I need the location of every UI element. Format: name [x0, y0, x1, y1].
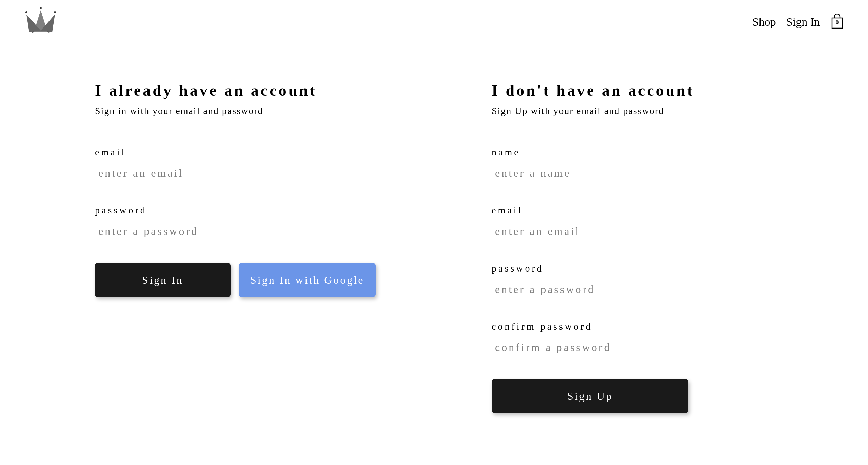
signin-password-label: password: [95, 205, 376, 216]
nav-shop[interactable]: Shop: [752, 16, 776, 29]
signup-name-input[interactable]: [492, 163, 773, 186]
signin-google-button[interactable]: Sign In with Google: [239, 263, 376, 297]
cart-icon[interactable]: 0: [830, 14, 844, 30]
signin-section: I already have an account Sign in with y…: [95, 81, 376, 413]
signup-title: I don't have an account: [492, 81, 773, 99]
signup-section: I don't have an account Sign Up with you…: [492, 81, 773, 413]
signup-password-input[interactable]: [492, 279, 773, 302]
header: Shop Sign In 0: [0, 0, 868, 44]
signin-email-input[interactable]: [95, 163, 376, 186]
signup-confirm-input[interactable]: [492, 337, 773, 360]
signup-button[interactable]: Sign Up: [492, 379, 688, 413]
signin-password-input[interactable]: [95, 221, 376, 244]
signup-buttons: Sign Up: [492, 379, 773, 413]
signin-email-field: email: [95, 147, 376, 186]
signin-title: I already have an account: [95, 81, 376, 99]
signup-name-field: name: [492, 147, 773, 186]
signup-password-label: password: [492, 263, 773, 274]
signup-name-label: name: [492, 147, 773, 158]
signin-sub: Sign in with your email and password: [95, 106, 376, 116]
signup-confirm-label: confirm password: [492, 321, 773, 332]
cart-count: 0: [836, 20, 839, 26]
signup-sub: Sign Up with your email and password: [492, 106, 773, 116]
signup-email-input[interactable]: [492, 221, 773, 244]
logo[interactable]: [24, 6, 58, 38]
signup-password-field: password: [492, 263, 773, 302]
signup-email-field: email: [492, 205, 773, 244]
signin-buttons: Sign In Sign In with Google: [95, 263, 376, 297]
svg-point-7: [54, 11, 56, 13]
main: I already have an account Sign in with y…: [0, 44, 868, 413]
signin-button[interactable]: Sign In: [95, 263, 231, 297]
svg-point-6: [40, 7, 42, 9]
crown-icon: [24, 32, 58, 38]
svg-point-5: [25, 11, 27, 13]
signin-password-field: password: [95, 205, 376, 244]
signin-email-label: email: [95, 147, 376, 158]
signup-email-label: email: [492, 205, 773, 216]
nav-right: Shop Sign In 0: [752, 14, 844, 30]
signup-confirm-field: confirm password: [492, 321, 773, 360]
nav-signin[interactable]: Sign In: [786, 16, 820, 29]
